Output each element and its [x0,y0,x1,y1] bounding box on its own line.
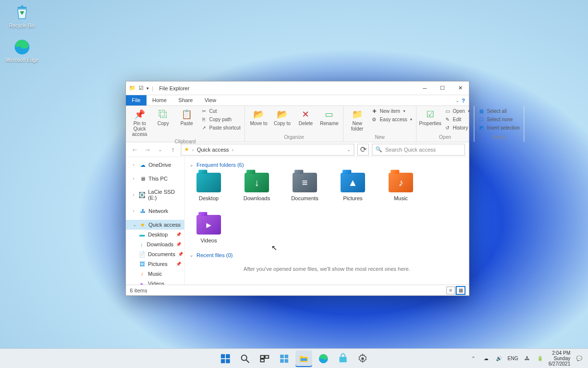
system-tray: ⌃ ☁ 🔊 ENG 🖧 🔋 2:04 PM Sunday 6/27/2021 💬 [469,350,588,367]
folder-desktop[interactable]: Desktop [192,173,226,201]
tab-share[interactable]: Share [172,95,198,105]
folder-icon: ▲ [341,173,365,192]
cut-button[interactable]: ✂Cut [199,107,242,115]
widgets-button[interactable] [276,350,293,367]
search-box[interactable]: 🔍 Search Quick access [372,144,465,156]
edit-button[interactable]: ✎Edit [443,115,470,123]
nav-onedrive[interactable]: ›☁OneDrive [126,160,184,170]
view-icons-button[interactable]: ▦ [456,287,465,294]
tray-language[interactable]: ENG [508,356,518,361]
nav-quick-access[interactable]: ⌄★Quick access [126,220,184,230]
desktop-icon-recycle-bin[interactable]: Recycle Bin [5,4,39,28]
star-icon: ★ [139,221,146,228]
section-frequent-folders[interactable]: ⌄Frequent folders (6) [190,160,464,170]
pictures-icon: 🖼 [139,261,146,267]
nav-videos[interactable]: ▸Videos [126,279,184,285]
help-button[interactable]: ⌄? [452,95,469,105]
folder-icon: ♪ [389,173,413,192]
search-button[interactable] [237,350,253,367]
maximize-button[interactable]: ☐ [434,81,451,95]
open-button[interactable]: ▭Open▾ [443,107,470,115]
svg-rect-14 [301,358,307,361]
nav-documents[interactable]: 📄Documents📌 [126,249,184,259]
tray-chevron-icon[interactable]: ⌃ [469,355,477,363]
tray-battery-icon[interactable]: 🔋 [536,355,544,363]
address-box[interactable]: ★ › Quick access › ⌄ [181,144,354,156]
tab-file[interactable]: File [126,95,147,105]
new-folder-button[interactable]: 📁New folder [346,107,368,133]
tab-view[interactable]: View [198,95,222,105]
nav-up-button[interactable]: ↑ [168,145,178,155]
folder-downloads[interactable]: ↓Downloads [240,173,274,201]
move-to-button[interactable]: 📂Move to [248,107,270,128]
settings-taskbar[interactable] [354,350,371,367]
copy-path-button[interactable]: ⎘Copy path [199,115,242,123]
folder-documents[interactable]: ≡Documents [288,173,322,201]
open-icon: ▭ [444,107,451,114]
nav-pictures[interactable]: 🖼Pictures📌 [126,259,184,269]
checkbox-icon[interactable]: ☑ [139,85,144,91]
chevron-right-icon: › [232,147,234,153]
chevron-down-icon[interactable]: ⌄ [347,147,351,152]
properties-button[interactable]: ☑Properties [419,107,441,128]
tray-volume-icon[interactable]: 🔊 [495,355,503,363]
folder-pictures[interactable]: ▲Pictures [336,173,370,201]
minimize-button[interactable]: ─ [416,81,434,95]
delete-button[interactable]: ✕Delete [295,107,317,128]
nav-music[interactable]: ♪Music [126,269,184,279]
ribbon-group-clipboard: 📌Pin to Quick access ⿻Copy 📋Paste ✂Cut ⎘… [126,106,245,142]
tab-home[interactable]: Home [147,95,172,105]
history-button[interactable]: ↺History [443,124,470,131]
nav-downloads[interactable]: ↓Downloads📌 [126,239,184,249]
tray-clock[interactable]: 2:04 PM Sunday 6/27/2021 [549,350,571,367]
edge-taskbar[interactable] [315,350,332,367]
paste-button[interactable]: 📋Paste [176,107,197,128]
edge-icon [13,38,31,56]
svg-rect-9 [261,359,264,362]
pin-to-quick-access-button[interactable]: 📌Pin to Quick access [129,107,150,139]
store-taskbar[interactable] [335,350,351,367]
section-recent-files[interactable]: ⌄Recent files (0) [190,250,464,260]
desktop-icon-edge[interactable]: Microsoft Edge [5,38,39,63]
desktop-icon-label: Recycle Bin [5,23,39,28]
status-bar: 6 items ≡ ▦ [126,285,469,295]
start-button[interactable] [217,350,234,367]
close-button[interactable]: ✕ [451,81,469,95]
folder-label: Music [394,195,408,201]
folder-videos[interactable]: ▸Videos [192,215,226,243]
nav-desktop[interactable]: ▬Desktop📌 [126,230,184,239]
svg-rect-7 [261,355,264,358]
nav-forward-button[interactable]: → [143,145,152,155]
file-explorer-taskbar[interactable] [295,350,312,367]
invert-selection-button[interactable]: ◩Invert selection [477,124,521,131]
select-none-button[interactable]: ☐Select none [477,115,521,123]
svg-rect-2 [226,354,230,358]
nav-network[interactable]: ›🖧Network [126,206,184,216]
select-all-button[interactable]: ▦Select all [477,107,521,115]
nav-history-button[interactable]: ⌄ [155,145,165,155]
history-icon: ↺ [444,124,451,131]
breadcrumb[interactable]: Quick access [197,147,229,153]
rename-button[interactable]: ▭Rename [318,107,340,128]
new-item-button[interactable]: ✚New item▾ [370,107,413,115]
nav-lacie-ssd[interactable]: ›💽LaCie SSD (E:) [126,187,184,202]
empty-recent-message: After you've opened some files, we'll sh… [190,260,464,278]
copy-to-button[interactable]: 📂Copy to [271,107,293,128]
titlebar[interactable]: 📁 ☑ ▾ | File Explorer ─ ☐ ✕ [126,81,469,95]
refresh-button[interactable]: ⟳ [357,144,369,156]
tray-network-icon[interactable]: 🖧 [523,355,531,363]
paste-shortcut-button[interactable]: ↗Paste shortcut [199,124,242,131]
tray-onedrive-icon[interactable]: ☁ [482,355,490,363]
easy-access-button[interactable]: ⚙Easy access▾ [370,115,413,123]
taskbar: ⌃ ☁ 🔊 ENG 🖧 🔋 2:04 PM Sunday 6/27/2021 💬 [0,348,588,368]
delete-icon: ✕ [300,109,311,120]
copy-button[interactable]: ⿻Copy [152,107,174,128]
pin-icon: 📌 [176,262,181,266]
view-details-button[interactable]: ≡ [446,287,455,294]
nav-this-pc[interactable]: ›🖥This PC [126,174,184,184]
nav-back-button[interactable]: ← [130,145,140,155]
task-view-button[interactable] [256,350,273,367]
overflow-icon[interactable]: ▾ [147,86,149,91]
tray-notifications-icon[interactable]: 💬 [575,355,583,363]
folder-music[interactable]: ♪Music [384,173,418,201]
